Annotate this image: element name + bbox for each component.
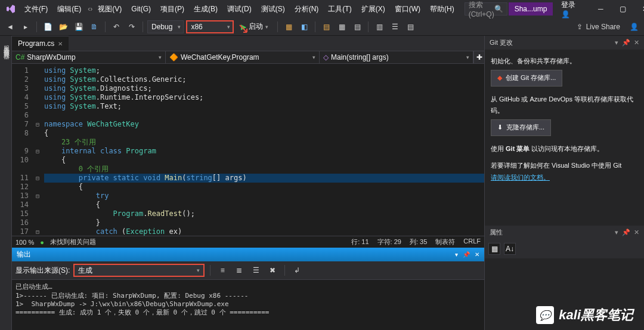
tb-icon-6[interactable]: ▥	[373, 20, 386, 33]
csharp-icon: C#	[16, 53, 24, 61]
status-eol[interactable]: CRLF	[463, 238, 481, 246]
menu-window[interactable]: 窗口(W)	[391, 2, 425, 17]
output-wrap-icon[interactable]: ↲	[290, 264, 304, 277]
search-box[interactable]: 搜索 (Ctrl+Q) 🔍	[465, 2, 507, 16]
props-close-icon[interactable]: ✕	[634, 229, 639, 236]
panel-dropdown-icon[interactable]: ▾	[615, 39, 618, 47]
git-icon: ◆	[497, 72, 502, 84]
git-line4: 若要详细了解如何在 Visual Studio 中使用 Git	[491, 160, 638, 172]
tb-icon-8[interactable]: ▤	[404, 20, 417, 33]
status-tabs[interactable]: 制表符	[435, 238, 455, 246]
new-project-icon[interactable]: 📄	[41, 20, 54, 33]
output-clear-icon[interactable]: ✖	[266, 264, 279, 277]
close-window-button[interactable]: ✕	[635, 1, 644, 17]
menu-edit[interactable]: 编辑(E)	[53, 2, 85, 17]
menu-test[interactable]: 测试(S)	[257, 2, 289, 17]
solution-name: Sha...ump	[509, 2, 553, 16]
props-panel-head: 属性 ▾ 📌 ✕	[485, 226, 644, 239]
share-icon: ⇪	[577, 23, 583, 31]
save-icon[interactable]: 💾	[72, 20, 85, 33]
search-icon: 🔍	[494, 5, 503, 13]
status-line: 行: 11	[351, 238, 369, 246]
nav-project[interactable]: C# SharpWxDump	[12, 51, 166, 63]
props-pin-icon[interactable]: 📌	[622, 229, 630, 236]
editor-status-bar: 100 % ● 未找到相关问题 行: 11 字符: 29 列: 35 制表符 C…	[12, 236, 484, 248]
tb-icon-4[interactable]: ▦	[335, 20, 348, 33]
props-dropdown-icon[interactable]: ▾	[615, 229, 618, 236]
output-source-label: 显示输出来源(S):	[16, 266, 70, 276]
output-dropdown-icon[interactable]: ▾	[455, 251, 458, 258]
maximize-button[interactable]: ▢	[613, 1, 633, 17]
menu-help[interactable]: 帮助(H)	[426, 2, 459, 17]
file-tab-bar: Program.cs ✕	[12, 36, 484, 51]
ok-icon: ●	[40, 239, 44, 246]
props-alpha-icon[interactable]: A↓	[504, 243, 516, 255]
config-dropdown[interactable]: Debug	[147, 20, 184, 33]
output-goto-icon[interactable]: ≡	[216, 264, 229, 277]
file-tab-program[interactable]: Program.cs ✕	[12, 36, 69, 51]
menu-project[interactable]: 项目(P)	[156, 2, 188, 17]
tab-server-explorer[interactable]: 服务器资源管理器	[2, 41, 10, 325]
split-view-icon[interactable]: ✚	[473, 51, 484, 63]
live-share-button[interactable]: ⇪ Live Share	[572, 23, 625, 31]
redo-icon[interactable]: ↷	[125, 20, 138, 33]
git-docs-link[interactable]: 请阅读我们的文档。	[491, 174, 550, 181]
main-toolbar: ◄ ▸ 📄 📂 💾 🗎 ↶ ↷ Debug x86 ▶ 启动 ▾ ▦ ◧ ▤ ▦…	[0, 18, 644, 36]
git-line3: 使用 Git 菜单 以访问现有本地存储库。	[491, 143, 638, 155]
minimize-button[interactable]: ─	[591, 1, 611, 17]
open-file-icon[interactable]: 📂	[57, 20, 70, 33]
login-link[interactable]: 登录 👤	[555, 0, 588, 21]
menu-extensions[interactable]: 扩展(X)	[357, 2, 389, 17]
menubar: 文件(F) 编辑(E) ‹› 视图(V) Git(G) 项目(P) 生成(B) …	[0, 0, 644, 18]
overflow-icon: ‹›	[88, 5, 92, 13]
output-pin-icon[interactable]: 📌	[463, 251, 470, 258]
nav-bar: C# SharpWxDump 🔶 WeChatGetKey.Program ◇ …	[12, 51, 484, 64]
output-toolbar: 显示输出来源(S): 生成 ≡ ≣ ☰ ✖ ↲	[12, 261, 484, 280]
git-panel-body: 初始化、备份和共享存储库。 ◆ 创建 Git 存储库... 从 GitHub 或…	[485, 50, 644, 189]
menu-build[interactable]: 生成(B)	[190, 2, 222, 17]
tb-icon-2[interactable]: ◧	[298, 20, 311, 33]
editor[interactable]: 12345678 910 1112131415161718192021 ⊟⊟⊟⊟…	[12, 64, 484, 236]
output-source-dropdown[interactable]: 生成	[73, 264, 205, 277]
nav-class[interactable]: 🔶 WeChatGetKey.Program	[166, 51, 320, 63]
tb-icon-5[interactable]: ▤	[351, 20, 364, 33]
panel-pin-icon[interactable]: 📌	[622, 39, 630, 47]
right-panel: Git 更改 ▾ 📌 ✕ 初始化、备份和共享存储库。 ◆ 创建 Git 存储库.…	[484, 36, 644, 330]
output-titlebar: 输出 ▾ 📌 ✕	[12, 248, 484, 261]
panel-close-icon[interactable]: ✕	[634, 39, 639, 47]
nav-fwd-icon[interactable]: ▸	[19, 20, 32, 33]
undo-icon[interactable]: ↶	[110, 20, 123, 33]
method-icon: ◇	[323, 53, 329, 61]
output-next-icon[interactable]: ☰	[249, 264, 262, 277]
left-collapsed-tabs: 服务器资源管理器 工具箱	[0, 36, 12, 330]
menu-file[interactable]: 文件(F)	[20, 2, 52, 17]
start-debug-button[interactable]: ▶ 启动 ▾	[236, 20, 273, 33]
save-all-icon[interactable]: 🗎	[88, 20, 101, 33]
platform-dropdown[interactable]: x86	[186, 20, 234, 33]
props-categorized-icon[interactable]: ▦	[488, 243, 500, 255]
download-icon: ⬇	[497, 122, 503, 134]
tb-icon-7[interactable]: ☰	[388, 20, 401, 33]
zoom-level[interactable]: 100 %	[16, 239, 34, 246]
git-clone-repo-button[interactable]: ⬇ 克隆存储库...	[491, 119, 551, 136]
nav-method[interactable]: ◇ Main(string[] args)	[320, 51, 473, 63]
git-panel-head: Git 更改 ▾ 📌 ✕	[485, 36, 644, 50]
menu-debug[interactable]: 调试(D)	[223, 2, 256, 17]
output-body[interactable]: 已启动生成… 1>------ 已启动生成: 项目: SharpWxDump, …	[12, 280, 484, 330]
output-close-icon[interactable]: ✕	[475, 251, 479, 258]
menu-tools[interactable]: 工具(T)	[324, 2, 355, 17]
output-prev-icon[interactable]: ≣	[233, 264, 246, 277]
feedback-icon[interactable]: 👤	[627, 20, 640, 33]
wechat-icon: 💬	[536, 306, 554, 324]
git-line2: 从 GitHub 或 Azure DevOps 等联机存储库获取代码。	[491, 94, 638, 118]
git-create-repo-button[interactable]: ◆ 创建 Git 存储库...	[491, 70, 562, 87]
tb-icon-3[interactable]: ▤	[320, 20, 333, 33]
tb-icon-1[interactable]: ▦	[282, 20, 295, 33]
nav-back-icon[interactable]: ◄	[4, 20, 17, 33]
menu-analyze[interactable]: 分析(N)	[290, 2, 323, 17]
close-tab-icon[interactable]: ✕	[58, 41, 63, 47]
menu-git[interactable]: Git(G)	[127, 2, 155, 16]
status-sel: 列: 35	[410, 238, 427, 246]
menu-view[interactable]: 视图(V)	[94, 2, 126, 17]
props-toolbar: ▦ A↓	[485, 239, 644, 258]
